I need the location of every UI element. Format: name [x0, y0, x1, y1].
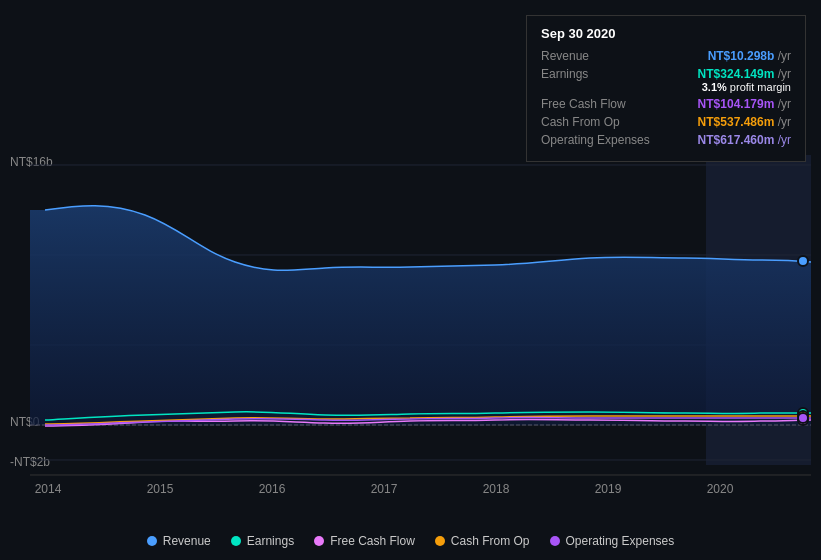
legend-opex[interactable]: Operating Expenses: [550, 534, 675, 548]
tooltip-label-opex: Operating Expenses: [541, 133, 650, 147]
chart-legend: Revenue Earnings Free Cash Flow Cash Fro…: [0, 534, 821, 548]
tooltip-label-earnings: Earnings: [541, 67, 588, 81]
legend-dot-revenue: [147, 536, 157, 546]
legend-dot-cashfromop: [435, 536, 445, 546]
svg-text:2017: 2017: [371, 482, 398, 496]
svg-text:2019: 2019: [595, 482, 622, 496]
legend-cashfromop[interactable]: Cash From Op: [435, 534, 530, 548]
legend-label-fcf: Free Cash Flow: [330, 534, 415, 548]
tooltip-row-cashfromop: Cash From Op NT$537.486m /yr: [541, 115, 791, 129]
tooltip-label-revenue: Revenue: [541, 49, 589, 63]
svg-point-5: [798, 256, 808, 266]
svg-text:2020: 2020: [707, 482, 734, 496]
legend-revenue[interactable]: Revenue: [147, 534, 211, 548]
tooltip-value-fcf: NT$104.179m /yr: [698, 97, 791, 111]
legend-label-earnings: Earnings: [247, 534, 294, 548]
tooltip-row-revenue: Revenue NT$10.298b /yr: [541, 49, 791, 63]
tooltip-value-cashfromop: NT$537.486m /yr: [698, 115, 791, 129]
tooltip-label-cashfromop: Cash From Op: [541, 115, 620, 129]
legend-dot-opex: [550, 536, 560, 546]
tooltip-value-opex: NT$617.460m /yr: [698, 133, 791, 147]
svg-text:2018: 2018: [483, 482, 510, 496]
legend-label-revenue: Revenue: [163, 534, 211, 548]
svg-text:2016: 2016: [259, 482, 286, 496]
svg-text:2014: 2014: [35, 482, 62, 496]
tooltip-value-revenue: NT$10.298b /yr: [708, 49, 791, 63]
tooltip-label-fcf: Free Cash Flow: [541, 97, 626, 111]
tooltip-row-earnings: Earnings NT$324.149m /yr 3.1% profit mar…: [541, 67, 791, 93]
tooltip-value-earnings: NT$324.149m /yr 3.1% profit margin: [698, 67, 791, 93]
tooltip-row-fcf: Free Cash Flow NT$104.179m /yr: [541, 97, 791, 111]
legend-dot-earnings: [231, 536, 241, 546]
svg-point-10: [798, 413, 808, 423]
svg-text:2015: 2015: [147, 482, 174, 496]
legend-earnings[interactable]: Earnings: [231, 534, 294, 548]
legend-label-cashfromop: Cash From Op: [451, 534, 530, 548]
tooltip-title: Sep 30 2020: [541, 26, 791, 41]
tooltip-popup: Sep 30 2020 Revenue NT$10.298b /yr Earni…: [526, 15, 806, 162]
legend-fcf[interactable]: Free Cash Flow: [314, 534, 415, 548]
chart-container: Sep 30 2020 Revenue NT$10.298b /yr Earni…: [0, 0, 821, 560]
tooltip-row-opex: Operating Expenses NT$617.460m /yr: [541, 133, 791, 147]
legend-label-opex: Operating Expenses: [566, 534, 675, 548]
legend-dot-fcf: [314, 536, 324, 546]
